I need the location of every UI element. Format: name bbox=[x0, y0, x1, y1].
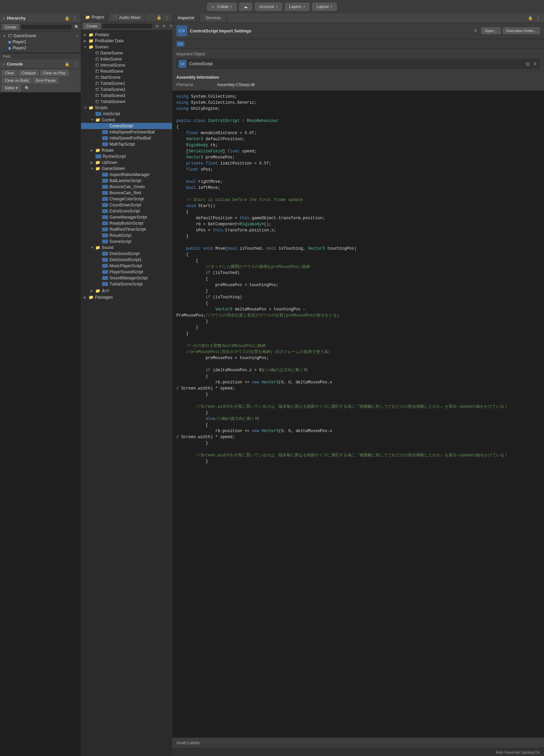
folder-sound[interactable]: ▼ 📁 Sound bbox=[81, 245, 172, 251]
bcr-label: BounceCalc_Red bbox=[109, 191, 141, 195]
scene-indexscene[interactable]: ⧠ IndexScene bbox=[81, 56, 172, 62]
script-control[interactable]: C# ControlScript bbox=[81, 123, 172, 129]
scene-tutrial3[interactable]: ⧠ TutrialScene3 bbox=[81, 93, 172, 99]
imported-obj-edit-icon[interactable]: ⊞ bbox=[525, 61, 531, 67]
hierarchy-lock-btn[interactable]: 🔒 bbox=[64, 16, 71, 21]
script-scene[interactable]: C# SceneScript bbox=[81, 238, 172, 245]
console-search-icon[interactable]: 🔍 bbox=[24, 85, 31, 91]
imported-obj-settings-icon[interactable]: ⚙ bbox=[532, 61, 538, 67]
open-btn[interactable]: Open... bbox=[481, 27, 501, 34]
folder-control[interactable]: ▼ 📁 Control bbox=[81, 117, 172, 123]
hierarchy-toolbar: Create 🔍 bbox=[0, 23, 81, 31]
script-disksound1[interactable]: C# DiskSoundScript1 bbox=[81, 257, 172, 263]
ryohei-label: RyoheiScript bbox=[103, 154, 126, 159]
hierarchy-create-btn[interactable]: Create bbox=[2, 24, 19, 30]
inspector-lock-btn[interactable]: 🔒 bbox=[527, 15, 534, 21]
layout-button[interactable]: Layout ▾ bbox=[312, 3, 337, 11]
hierarchy-menu-btn[interactable]: ⋮ bbox=[72, 16, 78, 21]
script-tutrialscene[interactable]: C# TutrialSceneScript bbox=[81, 281, 172, 287]
script-changecolor[interactable]: C# ChangeColorScript bbox=[81, 196, 172, 202]
script-readybutton[interactable]: C# ReadyButtonScript bbox=[81, 220, 172, 226]
player2-cube-icon: ◼ bbox=[8, 46, 11, 50]
collapse-btn[interactable]: Collapse bbox=[18, 70, 39, 76]
clear-btn[interactable]: Clear bbox=[2, 70, 17, 76]
tab-project[interactable]: 📁 Project bbox=[81, 14, 108, 22]
script-musicplayer[interactable]: C# MusicPlayerScript bbox=[81, 263, 172, 269]
script-malti[interactable]: C# MaltiTapScript bbox=[81, 141, 172, 147]
folder-scenes[interactable]: ▼ 📁 Scenes bbox=[81, 44, 172, 50]
cloud-icon: ☁ bbox=[244, 4, 248, 9]
collab-button[interactable]: ✓ Collab ▾ bbox=[207, 3, 237, 11]
scene-resultscene[interactable]: ⧠ ResultScene bbox=[81, 68, 172, 74]
control-script-icon: C# bbox=[102, 124, 108, 128]
inspector-settings-btn[interactable]: ⚙ bbox=[473, 28, 478, 33]
scene-tutrial1[interactable]: ⧠ TutrialScene1 bbox=[81, 80, 172, 86]
script-soundmanager[interactable]: C# SoundManagerScript bbox=[81, 275, 172, 281]
script-gamemanager[interactable]: C# GameManagerScript bbox=[81, 214, 172, 220]
layers-button[interactable]: Layers ▾ bbox=[285, 3, 310, 11]
script-initialspeed-green[interactable]: C# InitialSpeedForGreenBall bbox=[81, 129, 172, 135]
tab-audio-mixer[interactable]: 🎵 Audio Mixer bbox=[108, 14, 145, 22]
tab-services[interactable]: Services bbox=[200, 14, 227, 22]
script-initialspeed-red[interactable]: C# InitialSpeedForRedBall bbox=[81, 135, 172, 141]
clear-on-build-btn[interactable]: Clear on Build bbox=[2, 77, 31, 83]
project-lock-btn[interactable]: 🔒 bbox=[155, 15, 163, 20]
tutrial4-label: TutrialScene4 bbox=[100, 99, 125, 104]
console-menu-btn[interactable]: ⋮ bbox=[72, 61, 78, 67]
tutrial1-icon: ⧠ bbox=[95, 81, 99, 85]
hierarchy-item-player1[interactable]: ◼ Player1 bbox=[0, 39, 81, 45]
scene-gamescene[interactable]: ⧠ GameScene bbox=[81, 50, 172, 56]
folder-gamesistem[interactable]: ▼ 📁 GameSistem bbox=[81, 166, 172, 172]
project-menu-btn[interactable]: ⋮ bbox=[164, 15, 170, 20]
folder-scripts[interactable]: ▼ 📁 Scripts bbox=[81, 105, 172, 111]
scene-tutrial4[interactable]: ⧠ TutrialScene4 bbox=[81, 99, 172, 105]
folder-prefabs[interactable]: ▶ 📁 Prefabs bbox=[81, 32, 172, 38]
folder-updown[interactable]: ▶ 📁 UpDown bbox=[81, 159, 172, 166]
cloud-button[interactable]: ☁ bbox=[239, 3, 252, 11]
script-disksound[interactable]: C# DiskSoundScript bbox=[81, 251, 172, 257]
hierarchy-tree: ▼ ⧠ GameScene ≡ ◼ Player1 ◼ Player2 bbox=[0, 31, 81, 52]
script-playersound[interactable]: C# PlayerSoundScript bbox=[81, 269, 172, 275]
isg-icon: C# bbox=[102, 130, 108, 134]
code-section[interactable]: using System.Collections; using System.C… bbox=[172, 91, 544, 737]
hierarchy-search-icon[interactable]: 🔍 bbox=[73, 24, 80, 30]
script-bouncecalc-red[interactable]: C# BounceCalc_Red bbox=[81, 190, 172, 196]
inspector-menu-btn[interactable]: ⋮ bbox=[535, 15, 541, 21]
script-ryohei[interactable]: C# RyoheiScript bbox=[81, 153, 172, 159]
project-tree: ▶ 📁 Prefabs ▶ 📁 ProBuilder Data ▼ 📁 Scen… bbox=[81, 30, 172, 756]
project-star-icon[interactable]: ★ bbox=[161, 23, 167, 29]
hierarchy-item-player2[interactable]: ◼ Player2 bbox=[0, 45, 81, 51]
folder-aka[interactable]: ▶ 📁 あか bbox=[81, 287, 172, 294]
scene-tutrial2[interactable]: ⧠ TutrialScene2 bbox=[81, 86, 172, 93]
execution-order-btn[interactable]: Execution Order... bbox=[503, 27, 540, 34]
hierarchy-search-input[interactable] bbox=[21, 24, 72, 30]
folder-probuilder[interactable]: ▶ 📁 ProBuilder Data bbox=[81, 38, 172, 44]
error-pause-btn[interactable]: Error Pause bbox=[33, 77, 59, 83]
tab-inspector[interactable]: Inspector bbox=[172, 14, 200, 22]
account-button[interactable]: Account ▾ bbox=[255, 3, 282, 11]
script-result[interactable]: C# ResultScript bbox=[81, 232, 172, 238]
script-ads[interactable]: C# AdsScript bbox=[81, 111, 172, 117]
scene-intervalscene[interactable]: ⧠ IntervalScene bbox=[81, 62, 172, 68]
project-create-btn[interactable]: Create bbox=[83, 23, 100, 29]
prefabs-arrow-icon: ▶ bbox=[84, 33, 87, 36]
folder-rotate[interactable]: ▶ 📁 Rotate bbox=[81, 147, 172, 153]
gamesistem-folder-icon: 📁 bbox=[95, 166, 100, 171]
console-lock-btn[interactable]: 🔒 bbox=[64, 61, 71, 67]
editor-dropdown-btn[interactable]: Editor ▾ bbox=[2, 85, 21, 91]
script-bouncecalc-green[interactable]: C# BounceCalc_Green bbox=[81, 184, 172, 190]
hierarchy-item-gamescene[interactable]: ▼ ⧠ GameScene ≡ bbox=[0, 33, 81, 39]
project-folder-icon: 📁 bbox=[85, 15, 90, 20]
script-balllancer[interactable]: C# BallLancherScript bbox=[81, 178, 172, 184]
project-search-input[interactable] bbox=[102, 23, 153, 29]
aka-label: あか bbox=[102, 288, 110, 294]
scene-startscene[interactable]: ⧠ StartScene bbox=[81, 74, 172, 80]
center-panel: 📁 Project 🎵 Audio Mixer 🔒 ⋮ Create ⊕ ★ 👁… bbox=[81, 14, 172, 756]
project-search-icon[interactable]: ⊕ bbox=[154, 23, 160, 29]
clear-on-play-btn[interactable]: Clear on Play bbox=[40, 70, 69, 76]
script-redresttimer[interactable]: C# RedRestTimerScript bbox=[81, 226, 172, 232]
script-countdown[interactable]: C# CountDownScript bbox=[81, 202, 172, 208]
script-aspect[interactable]: C# AspectRationManager bbox=[81, 172, 172, 178]
script-extrascore[interactable]: C# ExtraScoreScript bbox=[81, 208, 172, 214]
folder-packages[interactable]: ▶ 📁 Packages bbox=[81, 294, 172, 300]
